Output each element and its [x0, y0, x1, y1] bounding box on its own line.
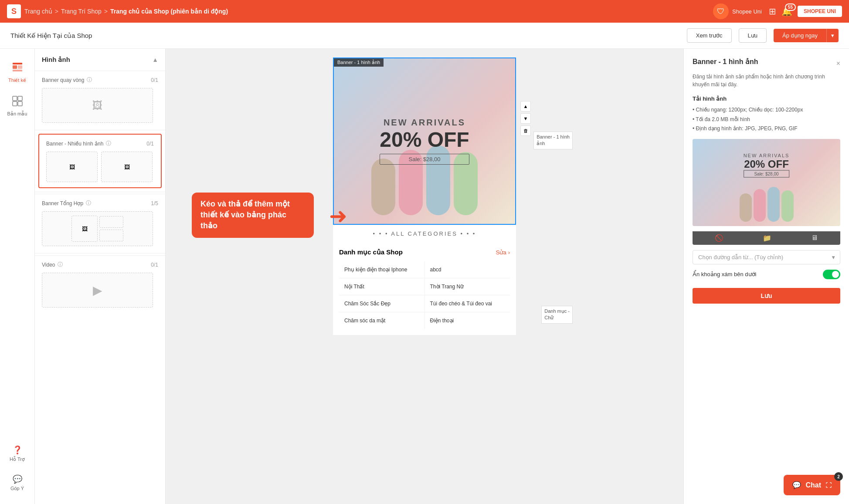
chat-label: Chat: [805, 481, 821, 489]
ban-mau-icon: [12, 95, 23, 109]
breadcrumb-current: Trang chủ của Shop (phiên bản di động): [110, 8, 228, 15]
image-icon-1: 🖼: [69, 164, 75, 170]
shop-cats-title: Danh mục của Shop: [339, 248, 403, 256]
rp-description: Đăng tải hình ảnh sản phẩm hoặc hình ảnh…: [693, 73, 840, 88]
rp-cap-4: [781, 190, 794, 222]
banner-nhieu-thumbs: 🖼 🖼: [46, 152, 154, 182]
sidebar-thiet-ke-label: Thiết kế: [8, 78, 26, 83]
capsule-1: [371, 159, 395, 215]
shopee-uni-icon: 🛡: [713, 3, 729, 19]
shopee-logo[interactable]: S: [7, 4, 21, 18]
save-button[interactable]: Lưu: [739, 28, 767, 43]
chevron-right-icon: ›: [508, 249, 510, 256]
all-categories-text: ALL CATEGORIES: [391, 230, 458, 237]
breadcrumb-shop-design[interactable]: Trang Trí Shop: [61, 8, 102, 15]
canvas-banner[interactable]: Banner - 1 hình ảnh NEW ARRIVALS 20% OFF…: [333, 58, 516, 225]
panel-header: Hình ảnh ▲: [35, 49, 165, 71]
tong-hop-grid: [99, 216, 123, 241]
rp-close-button[interactable]: ×: [836, 60, 840, 68]
cat-cell-0-right[interactable]: abcd: [425, 261, 510, 278]
panel-title: Hình ảnh: [42, 56, 70, 64]
banner-quay-vong-label: Banner quay vòng ⓘ 0/1: [42, 76, 158, 84]
right-panel: Banner - 1 hình ảnh × Đăng tải hình ảnh …: [683, 49, 849, 504]
user-button[interactable]: SHOPEE UNI: [798, 6, 842, 17]
tong-hop-sub2: [99, 230, 123, 241]
scroll-down-button[interactable]: ▼: [520, 113, 531, 124]
rp-tb-screen-icon[interactable]: 🖥: [811, 234, 818, 242]
cat-cell-2-left[interactable]: Chăm Sóc Sắc Đẹp: [339, 295, 424, 312]
rule-3-text: Định dạng hình ảnh: JPG, JPEG, PNG, GIF: [696, 125, 798, 132]
categories-grid: Phụ kiện điện thoại Iphone abcd Nội Thất…: [339, 261, 510, 329]
sidebar-gop-y-label: Góp Ý: [10, 486, 24, 491]
sidebar-item-ban-mau[interactable]: Bản mẫu: [2, 91, 33, 121]
breadcrumb-sep2: >: [104, 8, 108, 15]
grid-icon[interactable]: ⊞: [769, 6, 776, 17]
rp-url-select[interactable]: Chọn đường dẫn từ... (Tùy chỉnh): [693, 250, 840, 264]
chat-button[interactable]: 💬 Chat 2 ⛶: [784, 475, 840, 495]
canvas-controls: ▲ ▼ 🗑: [520, 101, 531, 136]
rp-toggle-switch[interactable]: [823, 270, 840, 279]
main-layout: Thiết kế Bản mẫu ❓ Hỗ Trợ 💬 Góp Ý: [0, 49, 849, 504]
breadcrumb-home[interactable]: Trang chủ: [24, 8, 52, 15]
breadcrumb: Trang chủ > Trang Trí Shop > Trang chủ c…: [24, 8, 228, 15]
sidebar-ho-tro-label: Hỗ Trợ: [10, 457, 25, 462]
video-thumb[interactable]: ▶: [42, 273, 153, 308]
apply-dropdown-button[interactable]: ▾: [826, 29, 839, 42]
rp-title: Banner - 1 hình ảnh: [693, 58, 758, 66]
banner-nhieu-thumb-2[interactable]: 🖼: [101, 152, 153, 182]
cat-cell-2-right[interactable]: Túi đeo chéo & Túi đeo vai: [425, 295, 510, 312]
preview-button[interactable]: Xem trước: [687, 28, 732, 43]
banner-quay-vong-text: Banner quay vòng: [42, 77, 84, 83]
sidebar-item-ho-tro[interactable]: ❓ Hỗ Trợ: [2, 441, 33, 467]
gop-y-icon: 💬: [13, 474, 22, 484]
rp-preview-off: 20% OFF: [744, 158, 790, 170]
rp-toggle-row: Ẩn khoảng xám bên dưới: [693, 270, 840, 279]
rule-2-text: Tối đa 2.0 MB mỗi hình: [696, 116, 750, 122]
panel-collapse-icon[interactable]: ▲: [152, 56, 158, 63]
banner-tong-hop-section: Banner Tổng Hợp ⓘ 1/5 🖼: [35, 194, 165, 251]
shop-cats-edit-button[interactable]: Sửa ›: [496, 249, 510, 256]
banner-nhieu-text: Banner - Nhiều hình ảnh: [46, 141, 103, 147]
rp-tb-upload-icon[interactable]: 📁: [763, 234, 771, 242]
rp-save-button[interactable]: Lưu: [693, 288, 840, 304]
delete-button[interactable]: 🗑: [520, 125, 531, 136]
shopee-uni-label[interactable]: Shopee Uni: [732, 8, 762, 15]
sale-price-text: Sale: $28,00: [380, 154, 469, 165]
rp-header: Banner - 1 hình ảnh ×: [693, 58, 840, 69]
cat-cell-0-left[interactable]: Phụ kiện điện thoại Iphone: [339, 261, 424, 278]
rp-toggle-label: Ẩn khoảng xám bên dưới: [693, 271, 756, 277]
rp-tb-no-image-icon[interactable]: 🚫: [715, 234, 723, 242]
canvas-area: Kéo và thả để thêm một thiết kế vào bảng…: [166, 49, 683, 504]
banner-quay-vong-thumb[interactable]: 🖼: [42, 88, 153, 123]
banner-nhieu-count: 0/1: [146, 141, 154, 147]
rp-upload-title: Tải hình ảnh: [693, 95, 840, 102]
left-sidebar: Thiết kế Bản mẫu ❓ Hỗ Trợ 💬 Góp Ý: [0, 49, 35, 504]
toolbar-title: Thiết Kế Hiện Tại của Shop: [10, 32, 680, 40]
red-arrow-icon: ➜: [329, 203, 347, 229]
video-label: Video ⓘ 0/1: [42, 261, 158, 268]
edit-label: Sửa: [496, 249, 506, 256]
canvas-wrapper: ▲ ▼ 🗑 Banner - 1 hìnhảnh Danh mục -Chữ B…: [333, 58, 516, 495]
banner-nhieu-thumb-1[interactable]: 🖼: [46, 152, 98, 182]
rp-cap-2: [754, 189, 766, 222]
apply-button[interactable]: Áp dụng ngay: [774, 29, 826, 42]
sidebar-item-gop-y[interactable]: 💬 Góp Ý: [2, 470, 33, 495]
banner-tong-hop-thumb[interactable]: 🖼: [42, 211, 153, 246]
sidebar-item-thiet-ke[interactable]: Thiết kế: [2, 58, 33, 88]
new-arrivals-text: NEW ARRIVALS: [380, 118, 469, 128]
cat-cell-3-right[interactable]: Điện thoại: [425, 312, 510, 329]
shop-categories: Danh mục của Shop Sửa › Phụ kiện điện th…: [333, 242, 516, 335]
cat-cell-1-right[interactable]: Thời Trang Nữ: [425, 278, 510, 295]
video-text: Video: [42, 262, 55, 268]
nav-right: 🛡 Shopee Uni ⊞ 🔔 55 SHOPEE UNI: [713, 3, 842, 19]
svg-rect-6: [13, 101, 17, 106]
banner-nhieu-label: Banner - Nhiều hình ảnh ⓘ 0/1: [46, 140, 154, 147]
cat-cell-1-left[interactable]: Nội Thất: [339, 278, 424, 295]
rp-cap-3: [767, 187, 780, 222]
nav-icons: ⊞ 🔔 55 SHOPEE UNI: [769, 6, 842, 17]
banner-quay-vong-count: 0/1: [151, 77, 158, 83]
scroll-up-button[interactable]: ▲: [520, 101, 531, 112]
tong-hop-sub1: [99, 216, 123, 228]
cat-cell-3-left[interactable]: Chăm sóc da mặt: [339, 312, 424, 329]
rp-cap-1: [740, 193, 752, 222]
